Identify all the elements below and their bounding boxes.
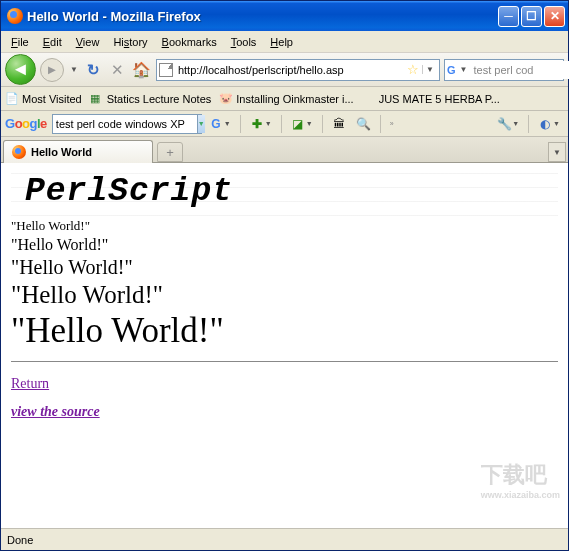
google-more-button[interactable]: » (386, 114, 398, 134)
menu-tools[interactable]: Tools (225, 34, 263, 50)
back-button[interactable]: ◄ (5, 54, 36, 85)
tab-bar: Hello World + ▼ (1, 137, 568, 163)
view-source-link[interactable]: view the source (11, 404, 100, 419)
nav-toolbar: ◄ ► ▼ ↻ ✕ 🏠 ☆ ▼ G ▼ (1, 53, 568, 87)
share-icon: ◪ (291, 117, 305, 131)
bookmark-oinkmaster[interactable]: 🐷 Installing Oinkmaster i... (219, 92, 353, 106)
google-toolbar-search[interactable]: ▼ (52, 114, 202, 134)
home-button[interactable]: 🏠 (132, 60, 152, 80)
plus-icon: ✚ (250, 117, 264, 131)
hello-world-4: "Hello World!" (11, 281, 558, 309)
google-share-button[interactable]: ◪▼ (287, 114, 317, 134)
google-g-icon: G (209, 117, 223, 131)
hello-world-2: "Hello World!" (11, 236, 558, 254)
reload-button[interactable]: ↻ (84, 60, 104, 80)
nav-history-dropdown[interactable]: ▼ (68, 65, 80, 74)
google-add-button[interactable]: ✚▼ (246, 114, 276, 134)
menu-file[interactable]: File (5, 34, 35, 50)
google-toolbar-dropdown[interactable]: ▼ (197, 115, 205, 133)
google-toolbar: Google ▼ G▼ ✚▼ ◪▼ 🏛 🔍 » 🔧▼ ◐▼ (1, 111, 568, 137)
new-tab-button[interactable]: + (157, 142, 183, 162)
watermark-text: 下载吧 (481, 462, 547, 487)
stop-button[interactable]: ✕ (108, 60, 128, 80)
google-settings-button[interactable]: 🔧▼ (493, 114, 523, 134)
google-toolbar-input[interactable] (53, 118, 197, 130)
wrench-icon: 🔧 (497, 117, 511, 131)
tab-title: Hello World (31, 146, 92, 158)
divider (11, 361, 558, 362)
pig-icon: 🐷 (219, 92, 233, 106)
google-search-icon[interactable]: G (447, 63, 456, 77)
hello-world-5: "Hello World!" (11, 311, 558, 351)
bookmark-label: Installing Oinkmaster i... (236, 93, 353, 105)
firefox-tab-icon (12, 145, 26, 159)
firefox-window: Hello World - Mozilla Firefox ─ ☐ ✕ File… (0, 0, 569, 551)
search-box[interactable]: G ▼ (444, 59, 564, 81)
google-sidewiki-button[interactable]: 🏛 (328, 114, 350, 134)
title-bar[interactable]: Hello World - Mozilla Firefox ─ ☐ ✕ (1, 1, 568, 31)
maximize-button[interactable]: ☐ (521, 6, 542, 27)
watermark: 下载吧 www.xiazaiba.com (481, 460, 560, 500)
bookmark-most-visited[interactable]: 📄 Most Visited (5, 92, 82, 106)
url-dropdown-icon[interactable]: ▼ (422, 65, 437, 74)
page-content: PerlScript "Hello World!" "Hello World!"… (1, 163, 568, 528)
magnifier-icon: 🔍 (357, 117, 371, 131)
menu-history[interactable]: History (107, 34, 153, 50)
bookmarks-toolbar: 📄 Most Visited ▦ Statics Lecture Notes 🐷… (1, 87, 568, 111)
hello-world-1: "Hello World!" (11, 218, 558, 234)
forward-button[interactable]: ► (40, 58, 64, 82)
bookmark-jusmate[interactable]: JUS MATE 5 HERBA P... (362, 92, 500, 106)
hello-world-3: "Hello World!" (11, 256, 558, 279)
bookmark-star-icon[interactable]: ☆ (407, 62, 419, 77)
perlscript-banner: PerlScript (11, 169, 558, 216)
url-input[interactable] (176, 61, 404, 79)
watermark-url: www.xiazaiba.com (481, 490, 560, 500)
google-highlight-button[interactable]: 🔍 (353, 114, 375, 134)
bookmark-label: Statics Lecture Notes (107, 93, 212, 105)
close-button[interactable]: ✕ (544, 6, 565, 27)
search-input[interactable] (471, 61, 569, 79)
google-logo[interactable]: Google (5, 116, 47, 131)
menu-help[interactable]: Help (264, 34, 299, 50)
bookmark-label: Most Visited (22, 93, 82, 105)
tab-hello-world[interactable]: Hello World (3, 140, 153, 163)
signin-icon: ◐ (538, 117, 552, 131)
search-engine-dropdown[interactable]: ▼ (458, 65, 470, 74)
google-search-button[interactable]: G▼ (205, 114, 235, 134)
firefox-icon (7, 8, 23, 24)
menu-view[interactable]: View (70, 34, 106, 50)
page-icon (159, 63, 173, 77)
folder-icon: 📄 (5, 92, 19, 106)
minimize-button[interactable]: ─ (498, 6, 519, 27)
building-icon: 🏛 (332, 117, 346, 131)
status-bar: Done (1, 528, 568, 550)
tab-list-dropdown[interactable]: ▼ (548, 142, 566, 162)
bookmark-statics[interactable]: ▦ Statics Lecture Notes (90, 92, 212, 106)
menu-bar: File Edit View History Bookmarks Tools H… (1, 31, 568, 53)
menu-edit[interactable]: Edit (37, 34, 68, 50)
menu-bookmarks[interactable]: Bookmarks (156, 34, 223, 50)
window-title: Hello World - Mozilla Firefox (27, 9, 498, 24)
google-signin-button[interactable]: ◐▼ (534, 114, 564, 134)
bookmark-label: JUS MATE 5 HERBA P... (379, 93, 500, 105)
url-bar[interactable]: ☆ ▼ (156, 59, 440, 81)
status-text: Done (7, 534, 33, 546)
page-icon: ▦ (90, 92, 104, 106)
return-link[interactable]: Return (11, 376, 49, 391)
page-icon (362, 92, 376, 106)
